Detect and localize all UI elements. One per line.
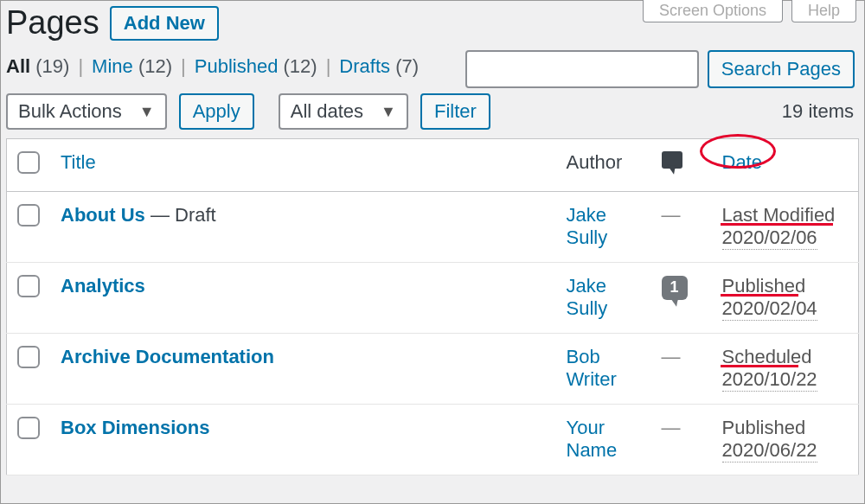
column-author: Author: [556, 139, 651, 192]
row-title-link[interactable]: Box Dimensions: [61, 417, 209, 438]
column-comments[interactable]: [651, 139, 712, 192]
page-title: Pages: [6, 4, 99, 41]
filter-published[interactable]: Published: [195, 55, 279, 77]
chevron-down-icon: ▼: [381, 103, 396, 121]
filter-mine-count: (12): [138, 55, 172, 77]
row-title-link[interactable]: Analytics: [61, 275, 145, 297]
screen-options-button[interactable]: Screen Options: [643, 0, 783, 22]
date-filter-select[interactable]: All dates ▼: [279, 93, 408, 130]
post-state: — Draft: [145, 204, 216, 226]
filter-all-count: (19): [35, 55, 69, 77]
no-comments: —: [662, 417, 681, 438]
date-value: 2020/10/22: [722, 368, 817, 392]
date-value: 2020/02/04: [722, 297, 817, 321]
select-all-checkbox[interactable]: [17, 151, 40, 174]
author-link[interactable]: Jake Sully: [567, 204, 608, 248]
row-checkbox[interactable]: [17, 417, 40, 439]
row-title-link[interactable]: Archive Documentation: [61, 346, 274, 367]
bulk-actions-label: Bulk Actions: [18, 100, 122, 123]
no-comments: —: [662, 204, 681, 226]
row-checkbox[interactable]: [17, 346, 40, 368]
comment-icon: [662, 151, 682, 169]
pages-table: Title Author Date About Us — DraftJake S…: [6, 138, 859, 475]
date-value: 2020/02/06: [722, 226, 817, 250]
filter-button[interactable]: Filter: [420, 93, 490, 130]
table-row: Archive DocumentationBob Writer—Schedule…: [7, 334, 859, 405]
column-date[interactable]: Date: [712, 139, 859, 192]
row-title-link[interactable]: About Us: [61, 204, 145, 226]
bulk-actions-select[interactable]: Bulk Actions ▼: [6, 93, 167, 130]
author-link[interactable]: Jake Sully: [567, 275, 608, 319]
items-count: 19 items: [782, 100, 854, 123]
chevron-down-icon: ▼: [139, 103, 155, 121]
date-status: Last Modified: [722, 204, 849, 226]
column-title[interactable]: Title: [50, 139, 556, 192]
table-row: Box DimensionsYour Name—Published2020/06…: [7, 405, 859, 475]
filter-mine[interactable]: Mine: [92, 55, 133, 77]
search-input[interactable]: [465, 50, 699, 88]
table-row: AnalyticsJake Sully1Published2020/02/04: [7, 263, 859, 334]
table-row: About Us — DraftJake Sully—Last Modified…: [7, 192, 859, 263]
filter-drafts-count: (7): [395, 55, 419, 77]
date-status: Published: [722, 275, 849, 297]
help-button[interactable]: Help: [791, 0, 856, 22]
author-link[interactable]: Your Name: [567, 417, 618, 461]
filter-all[interactable]: All: [6, 55, 30, 77]
author-link[interactable]: Bob Writer: [567, 346, 617, 390]
filter-drafts[interactable]: Drafts: [339, 55, 390, 77]
no-comments: —: [662, 346, 681, 367]
row-checkbox[interactable]: [17, 275, 40, 297]
row-checkbox[interactable]: [17, 204, 40, 226]
apply-button[interactable]: Apply: [179, 93, 254, 130]
search-button[interactable]: Search Pages: [708, 50, 855, 88]
date-filter-label: All dates: [291, 100, 363, 123]
filter-published-count: (12): [284, 55, 317, 77]
add-new-button[interactable]: Add New: [110, 6, 219, 41]
date-value: 2020/06/22: [722, 439, 817, 463]
date-status: Scheduled: [722, 346, 849, 368]
date-status: Published: [722, 417, 849, 439]
comment-count-bubble[interactable]: 1: [662, 276, 688, 300]
